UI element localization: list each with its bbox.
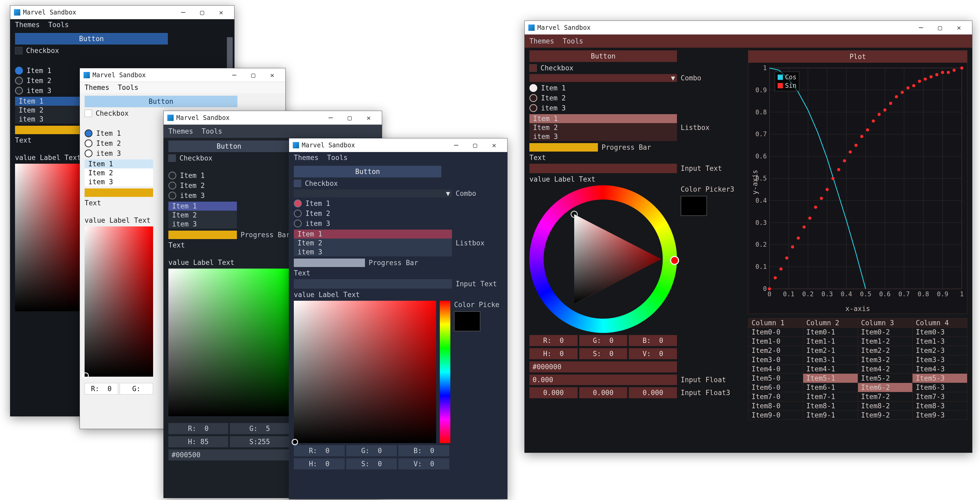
menu-themes[interactable]: Themes bbox=[15, 21, 40, 29]
table-cell[interactable]: Item4-3 bbox=[913, 365, 967, 374]
titlebar[interactable]: Marvel Sandbox ─ ▢ ✕ bbox=[80, 68, 285, 82]
g-field[interactable]: G: 0 bbox=[346, 445, 397, 456]
titlebar[interactable]: Marvel Sandbox ─ ▢ ✕ bbox=[10, 6, 234, 19]
table-cell[interactable]: Item1-0 bbox=[748, 337, 803, 346]
table-cell[interactable]: Item6-3 bbox=[913, 383, 967, 392]
titlebar[interactable]: Marvel Sandbox ─ ▢ ✕ bbox=[289, 139, 507, 152]
maximize-button[interactable]: ▢ bbox=[340, 111, 359, 125]
table-cell[interactable]: Item2-0 bbox=[748, 346, 803, 355]
table-cell[interactable]: Item5-2 bbox=[858, 374, 913, 383]
menu-tools[interactable]: Tools bbox=[48, 21, 69, 29]
table-header[interactable]: Column 1 bbox=[748, 318, 803, 328]
table-cell[interactable]: Item9-1 bbox=[803, 411, 858, 420]
table-cell[interactable]: Item2-1 bbox=[803, 346, 858, 355]
h-field[interactable]: H: 0 bbox=[294, 459, 345, 470]
hex-field[interactable]: #000500 bbox=[169, 449, 290, 460]
radio-item-1[interactable] bbox=[84, 129, 92, 137]
g-field[interactable]: G: 5 bbox=[230, 423, 290, 434]
input-float[interactable]: 0.000 bbox=[530, 374, 677, 385]
close-button[interactable]: ✕ bbox=[485, 139, 504, 152]
checkbox-widget[interactable] bbox=[530, 64, 537, 72]
radio-item-3[interactable] bbox=[84, 150, 92, 158]
table-cell[interactable]: Item2-3 bbox=[913, 346, 967, 355]
table-cell[interactable]: Item0-3 bbox=[913, 328, 967, 337]
table-cell[interactable]: Item3-1 bbox=[803, 355, 858, 365]
radio-item-1[interactable] bbox=[15, 67, 23, 75]
list-item[interactable]: Item 2 bbox=[15, 106, 84, 115]
h-field[interactable]: H: 0 bbox=[530, 348, 578, 359]
radio-item-2[interactable] bbox=[530, 94, 537, 102]
listbox-widget[interactable]: Item 1 Item 2 item 3 bbox=[169, 202, 237, 229]
titlebar[interactable]: Marvel Sandbox ─ ▢ ✕ bbox=[164, 111, 382, 125]
table-cell[interactable]: Item7-3 bbox=[913, 392, 967, 401]
table-header[interactable]: Column 2 bbox=[803, 318, 858, 328]
radio-item-2[interactable] bbox=[294, 210, 302, 217]
radio-item-3[interactable] bbox=[15, 87, 23, 95]
text-input[interactable] bbox=[294, 279, 452, 288]
radio-item-3[interactable] bbox=[530, 104, 537, 112]
maximize-button[interactable]: ▢ bbox=[931, 21, 950, 35]
list-item[interactable]: Item 2 bbox=[294, 239, 452, 247]
v-field[interactable]: V: 0 bbox=[629, 348, 677, 359]
table-cell[interactable]: Item2-2 bbox=[858, 346, 913, 355]
listbox-widget[interactable]: Item 1 Item 2 item 3 bbox=[84, 159, 153, 186]
menu-tools[interactable]: Tools bbox=[118, 84, 138, 91]
table-cell[interactable]: Item6-1 bbox=[803, 383, 858, 392]
menu-themes[interactable]: Themes bbox=[169, 127, 193, 135]
table-cell[interactable]: Item5-1 bbox=[803, 374, 858, 383]
table-cell[interactable]: Item4-0 bbox=[748, 365, 803, 374]
hue-cursor[interactable] bbox=[670, 256, 679, 265]
sv-cursor[interactable] bbox=[83, 373, 89, 379]
table-cell[interactable]: Item5-3 bbox=[913, 374, 967, 383]
r-field[interactable]: R: 0 bbox=[84, 383, 118, 395]
sv-cursor[interactable] bbox=[292, 439, 298, 445]
table-cell[interactable]: Item4-2 bbox=[858, 365, 913, 374]
list-item[interactable]: Item 1 bbox=[169, 202, 237, 210]
minimize-button[interactable]: ─ bbox=[912, 21, 931, 35]
table-cell[interactable]: Item8-1 bbox=[803, 401, 858, 411]
table-cell[interactable]: Item0-0 bbox=[748, 328, 803, 337]
button-widget[interactable]: Button bbox=[84, 96, 237, 107]
table-cell[interactable]: Item6-2 bbox=[858, 383, 913, 392]
maximize-button[interactable]: ▢ bbox=[192, 6, 212, 19]
menu-tools[interactable]: Tools bbox=[327, 154, 348, 162]
table-cell[interactable]: Item1-3 bbox=[913, 337, 967, 346]
table-cell[interactable]: Item7-0 bbox=[748, 392, 803, 401]
table-cell[interactable]: Item7-2 bbox=[858, 392, 913, 401]
table-cell[interactable]: Item0-2 bbox=[858, 328, 913, 337]
color-sv-area[interactable] bbox=[84, 226, 153, 377]
list-item[interactable]: Item 2 bbox=[169, 210, 237, 220]
maximize-button[interactable]: ▢ bbox=[244, 68, 263, 82]
list-item[interactable]: item 3 bbox=[84, 177, 153, 186]
minimize-button[interactable]: ─ bbox=[225, 68, 244, 82]
combo-widget[interactable]: ▼ bbox=[530, 74, 677, 82]
close-button[interactable]: ✕ bbox=[950, 21, 969, 35]
g-field[interactable]: G: 0 bbox=[579, 335, 627, 346]
s-field[interactable]: S:255 bbox=[230, 436, 290, 447]
data-table[interactable]: Column 1Column 2Column 3Column 4Item0-0I… bbox=[748, 318, 967, 420]
v-field[interactable]: V: 0 bbox=[398, 459, 449, 470]
color-wheel-area[interactable] bbox=[530, 185, 677, 333]
b-field[interactable]: B: 0 bbox=[629, 335, 677, 346]
hex-field[interactable]: #000000 bbox=[530, 361, 677, 373]
table-cell[interactable]: Item8-0 bbox=[748, 401, 803, 411]
color-sv-area[interactable] bbox=[15, 164, 84, 311]
float3-z[interactable]: 0.000 bbox=[629, 387, 677, 398]
listbox-widget[interactable]: Item 1 Item 2 item 3 bbox=[15, 97, 84, 124]
listbox-widget[interactable]: Item 1 Item 2 item 3 bbox=[294, 229, 452, 256]
color-sv-area[interactable] bbox=[169, 269, 290, 416]
r-field[interactable]: R: 0 bbox=[169, 423, 228, 434]
radio-item-1[interactable] bbox=[169, 172, 176, 180]
list-item[interactable]: Item 1 bbox=[294, 229, 452, 239]
h-field[interactable]: H: 85 bbox=[169, 436, 228, 447]
g-field[interactable]: G: bbox=[119, 383, 153, 395]
hue-slider[interactable] bbox=[440, 301, 450, 443]
color-sv-area[interactable] bbox=[294, 301, 436, 443]
table-header[interactable]: Column 4 bbox=[913, 318, 967, 328]
list-item[interactable]: item 3 bbox=[530, 132, 677, 141]
table-cell[interactable]: Item3-0 bbox=[748, 355, 803, 365]
table-cell[interactable]: Item8-2 bbox=[858, 401, 913, 411]
color-swatch[interactable] bbox=[454, 311, 480, 331]
list-item[interactable]: item 3 bbox=[294, 247, 452, 256]
minimize-button[interactable]: ─ bbox=[321, 111, 340, 125]
